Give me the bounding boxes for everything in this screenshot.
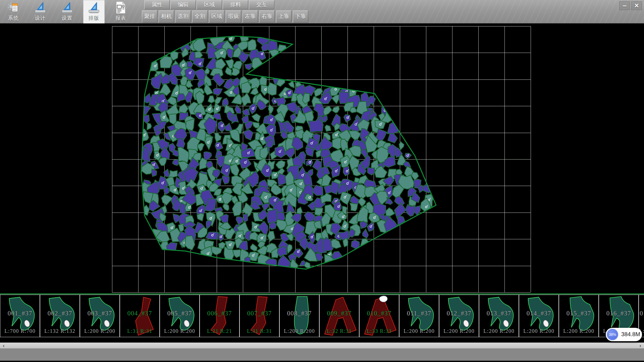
menu-bar: 属性编辑区域排料交互: [144, 0, 275, 10]
tool-button-5[interactable]: 区域: [209, 10, 224, 23]
gear-icon: [6, 1, 20, 15]
part-id-label: 003_#37: [80, 310, 119, 317]
part-lr-label: L:200 R:200: [559, 328, 598, 334]
tool-button-7[interactable]: 左靠: [243, 10, 258, 23]
part-id-label: 015_#37: [559, 310, 598, 317]
part-lr-label: L:200 R:200: [80, 328, 119, 334]
part-thumbnail-011_#37[interactable]: 011_#37 L:200 R:200: [399, 295, 439, 337]
tool-button-6[interactable]: 瑕疵: [226, 10, 241, 23]
part-lr-label: L:200 R:200: [280, 328, 319, 334]
ruler-icon: [33, 1, 47, 15]
menu-item-3[interactable]: 区域: [197, 0, 222, 9]
part-lr-label: L:32 R:31: [320, 328, 359, 334]
part-lr-label: L:200 R:200: [399, 328, 439, 334]
part-id-label: 009_#37: [320, 310, 359, 317]
part-thumbnail-001_#37[interactable]: 001_#37 L:700 R:700: [0, 295, 40, 337]
part-id-label: 002_#37: [40, 310, 79, 317]
window-controls: – ×: [619, 1, 642, 10]
part-thumbnail-003_#37[interactable]: 003_#37 L:200 R:200: [80, 295, 120, 337]
part-id-label: 001_#37: [0, 310, 40, 317]
part-lr-label: L:33 R:33: [360, 328, 399, 334]
main-tab-5[interactable]: 报表: [110, 0, 131, 23]
part-lr-label: L:21 R:21: [200, 328, 239, 334]
part-id-label: 016_#37: [599, 310, 638, 317]
part-id-label: 012_#37: [439, 310, 479, 317]
main-tab-1[interactable]: 系统: [3, 0, 24, 23]
main-tab-label: 报表: [115, 15, 126, 21]
main-tab-label: 设置: [62, 15, 72, 21]
main-toolbar: 系统 设计 设置 排版 报表 属性编辑区域排料交互 聚排相机选割全割区域瑕疵左靠…: [0, 0, 644, 23]
part-thumbnail-009_#37[interactable]: 009_#37 L:32 R:31: [319, 295, 359, 337]
part-id-label: 005_#37: [160, 310, 199, 317]
tool-button-9[interactable]: 上靠: [276, 10, 291, 23]
part-id-label: 010_#37: [360, 310, 399, 317]
report-icon: [114, 1, 128, 15]
scroll-right-arrow-icon[interactable]: ›: [637, 343, 644, 348]
part-id-label: 006_#37: [200, 310, 239, 317]
scroll-left-arrow-icon[interactable]: ‹: [0, 343, 7, 348]
tool-button-8[interactable]: 右靠: [259, 10, 275, 23]
part-lr-label: L:200 R:200: [519, 328, 558, 334]
minimize-button[interactable]: –: [619, 1, 630, 10]
part-thumbnail-002_#37[interactable]: 002_#37 L:132 R:132: [40, 295, 80, 337]
part-lr-label: L:200 R:200: [439, 328, 479, 334]
part-thumbnail-014_#37[interactable]: 014_#37 L:200 R:200: [519, 295, 559, 337]
tool-button-2[interactable]: 相机: [159, 10, 174, 23]
status-bar: [0, 348, 644, 361]
part-lr-label: L:700 R:700: [0, 328, 40, 334]
application-window: { "window": { "minimize_label": "–", "cl…: [0, 0, 644, 362]
tool-button-10[interactable]: 下靠: [293, 10, 308, 23]
ruler-icon: [87, 1, 101, 15]
part-lr-label: L:31 R:31: [240, 328, 279, 334]
part-thumbnail-015_#37[interactable]: 015_#37 L:200 R:200: [559, 295, 599, 337]
part-thumbnail-008_#37[interactable]: 008_#37 L:200 R:200: [279, 295, 319, 337]
main-tab-label: 系统: [8, 15, 19, 21]
main-tab-label: 设计: [35, 15, 46, 21]
menu-item-1[interactable]: 属性: [144, 0, 170, 9]
part-thumbnail-007_#37[interactable]: 007_#37 L:31 R:31: [239, 295, 279, 337]
part-id-label: 011_#37: [399, 310, 439, 317]
part-id-label: 013_#37: [479, 310, 519, 317]
ruler-icon: [60, 1, 74, 15]
horizontal-scrollbar[interactable]: ‹ ›: [0, 343, 644, 348]
part-lr-label: L:132 R:132: [40, 328, 79, 334]
part-lr-label: L:200 R:200: [160, 328, 199, 334]
main-tabs: 系统 设计 设置 排版 报表: [3, 0, 137, 23]
part-lr-label: L:200 R:200: [479, 328, 519, 334]
tool-button-1[interactable]: 聚排: [142, 10, 157, 23]
nesting-canvas[interactable]: [0, 23, 644, 294]
part-thumbnail-006_#37[interactable]: 006_#37 L:21 R:21: [200, 295, 239, 337]
part-id-label: 0: [639, 310, 644, 317]
parts-thumbnail-strip: 001_#37 L:700 R:700 002_#37 L:132 R:132 …: [0, 294, 644, 343]
close-button[interactable]: ×: [631, 1, 642, 10]
part-id-label: 007_#37: [240, 310, 279, 317]
part-thumbnail-005_#37[interactable]: 005_#37 L:200 R:200: [160, 295, 200, 337]
main-tab-label: 排版: [89, 15, 99, 21]
memory-percent-indicator: 38%: [607, 329, 618, 340]
part-thumbnail-004_#37[interactable]: 004_#37 L:31 R:31: [120, 295, 160, 337]
part-id-label: 004_#37: [120, 310, 159, 317]
main-tab-2[interactable]: 设计: [30, 0, 51, 23]
part-thumbnail-010_#37[interactable]: 010_#37 L:33 R:33: [359, 295, 399, 337]
part-lr-label: L:31 R:31: [120, 328, 159, 334]
part-thumbnail-012_#37[interactable]: 012_#37 L:200 R:200: [439, 295, 479, 337]
main-tab-3[interactable]: 设置: [56, 0, 78, 23]
tool-button-3[interactable]: 选割: [175, 10, 191, 23]
main-tab-4[interactable]: 排版: [83, 0, 105, 23]
memory-usage-badge: 38% 384.8M: [606, 328, 642, 341]
memory-size-label: 384.8M: [621, 331, 640, 338]
menu-item-5[interactable]: 交互: [249, 0, 274, 9]
tool-bar: 聚排相机选割全割区域瑕疵左靠右靠上靠下靠: [142, 10, 310, 23]
part-id-label: 014_#37: [519, 310, 558, 317]
menu-item-2[interactable]: 编辑: [170, 0, 196, 9]
menu-item-4[interactable]: 排料: [223, 0, 248, 9]
tool-button-4[interactable]: 全割: [192, 10, 208, 23]
part-id-label: 008_#37: [280, 310, 319, 317]
part-thumbnail-013_#37[interactable]: 013_#37 L:200 R:200: [479, 295, 519, 337]
